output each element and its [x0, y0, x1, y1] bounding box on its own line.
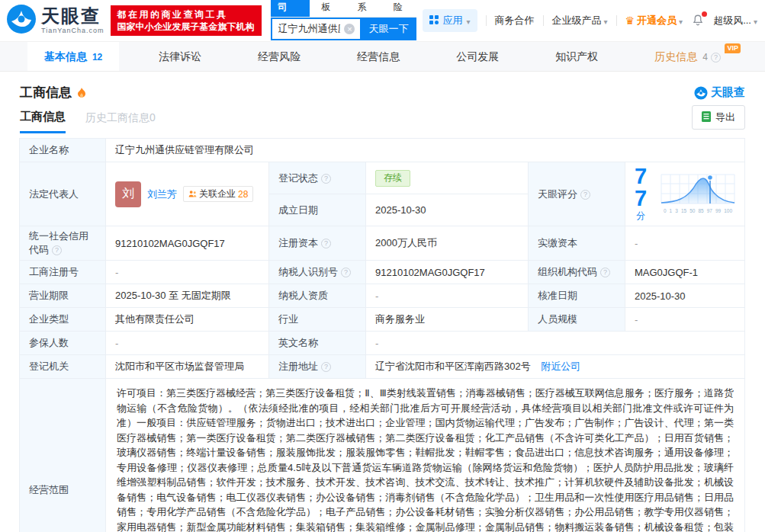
reg-address-cell: 辽宁省沈阳市和平区浑南西路302号 附近公司 — [366, 355, 745, 379]
table-row: 营业期限 2025-10-30 至 无固定期限 纳税人资质 - 核准日期 202… — [20, 284, 745, 308]
notification-dot — [702, 11, 707, 17]
tab-intellectual-property[interactable]: 知识产权 — [538, 42, 615, 71]
search-tab-boss[interactable]: 查老板 — [322, 0, 346, 17]
approval-date-value: 2025-10-30 — [625, 284, 745, 308]
paid-capital-value: - — [625, 226, 745, 261]
taxpayer-id-label: 纳税人识别号 — [269, 261, 366, 284]
apps-menu[interactable]: 应用 — [423, 9, 477, 32]
search-tab-risk[interactable]: 查风险 — [394, 0, 417, 17]
tab-basic-info[interactable]: 基本信息 12 — [27, 42, 119, 71]
help-icon[interactable] — [321, 362, 331, 372]
section-header: 工商信息 天眼查 — [0, 72, 765, 101]
super-risk-menu[interactable]: 超级风... — [713, 14, 757, 27]
tab-operating-risk[interactable]: 经营风险 — [241, 42, 317, 71]
score-chart-ticks: 0131550859799100 — [664, 208, 732, 214]
reg-number-label: 工商注册号 — [20, 261, 106, 284]
tianyan-score-label: 天眼评分 — [529, 162, 625, 226]
org-code-value: MAG0JGQF-1 — [625, 261, 745, 284]
table-row: 登记机关 沈阳市和平区市场监督管理局 注册地址 辽宁省沈阳市和平区浑南西路302… — [20, 355, 745, 379]
score-value: 77 — [635, 164, 647, 210]
people-icon — [188, 190, 197, 198]
insured-count-label: 参保人数 — [20, 332, 106, 355]
taxpayer-quality-label: 纳税人资质 — [269, 284, 366, 308]
crown-icon — [625, 14, 635, 27]
section-title: 工商信息 — [20, 84, 72, 101]
help-icon[interactable] — [341, 268, 351, 277]
hot-flame-icon — [77, 88, 86, 98]
tab-company-development[interactable]: 公司发展 — [439, 42, 516, 71]
subtab-business-registration[interactable]: 工商信息 — [20, 110, 66, 133]
score-distribution-chart: 0131550859799100 — [661, 174, 735, 214]
taxpayer-id-value: 91210102MAG0JGQF17 — [366, 261, 529, 284]
english-name-label: 英文名称 — [269, 332, 366, 355]
header-menu: 应用 商务合作 企业级产品 开通会员 超级风... — [423, 9, 757, 32]
export-button[interactable]: 导出 — [692, 105, 745, 130]
business-cooperation-link[interactable]: 商务合作 — [495, 14, 535, 27]
search-tab-relation[interactable]: 查关系 — [358, 0, 381, 17]
table-row: 企业类型 其他有限责任公司 行业 商务服务业 人员规模 - — [20, 308, 745, 332]
tianyancha-watermark: 天眼查 — [694, 85, 745, 100]
vip-badge: VIP — [725, 43, 741, 53]
top-header: 天眼查 TianYanCha.com 都在用的商业查询工具 国家中小企业发展子基… — [0, 0, 765, 41]
credit-code-value: 91210102MAG0JGQF17 — [106, 226, 269, 261]
approval-date-label: 核准日期 — [529, 284, 625, 308]
industry-value: 商务服务业 — [366, 308, 529, 332]
watermark-text: 天眼查 — [711, 85, 745, 100]
legal-rep-label: 法定代表人 — [20, 162, 106, 226]
logo-text-cn: 天眼查 — [41, 7, 104, 25]
legal-rep-name-link[interactable]: 刘兰芳 — [147, 187, 177, 201]
enterprise-products-menu[interactable]: 企业级产品 — [552, 14, 608, 27]
reg-capital-value: 2000万人民币 — [366, 226, 529, 261]
help-icon[interactable] — [52, 245, 62, 255]
est-date-value: 2025-10-30 — [366, 194, 529, 226]
business-term-label: 营业期限 — [20, 284, 106, 308]
table-row: 统一社会信用代码 91210102MAG0JGQF17 注册资本 2000万人民… — [20, 226, 745, 261]
open-vip-menu[interactable]: 开通会员 — [625, 14, 683, 27]
help-icon[interactable] — [321, 174, 331, 184]
tianyancha-logo[interactable]: 天眼查 TianYanCha.com — [6, 4, 104, 37]
english-name-value: - — [366, 332, 745, 355]
legal-rep-avatar[interactable]: 刘 — [115, 181, 141, 207]
help-icon[interactable] — [600, 268, 610, 277]
reg-authority-label: 登记机关 — [20, 355, 106, 379]
tab-legal-proceedings[interactable]: 法律诉讼 — [142, 42, 218, 71]
company-nav-tabs: 基本信息 12 法律诉讼 经营风险 经营信息 公司发展 知识产权 历史信息 4 … — [0, 41, 765, 72]
reg-number-value: - — [106, 261, 269, 284]
chevron-down-icon — [754, 15, 757, 27]
score-marker — [708, 175, 713, 181]
nearby-companies-link[interactable]: 附近公司 — [541, 361, 580, 372]
company-name-label: 企业名称 — [20, 139, 106, 162]
reg-authority-value: 沈阳市和平区市场监督管理局 — [106, 355, 269, 379]
tab-history-info[interactable]: 历史信息 4 VIP — [638, 42, 738, 71]
insured-count-value: - — [106, 332, 269, 355]
staff-size-label: 人员规模 — [529, 308, 625, 332]
est-date-label: 成立日期 — [269, 194, 366, 226]
slogan-line2: 国家中小企业发展子基金旗下机构 — [117, 21, 255, 33]
notification-bell-icon[interactable] — [691, 14, 705, 27]
tab-count: 12 — [92, 52, 102, 62]
apps-grid-icon — [429, 15, 439, 27]
tab-count: 4 — [702, 52, 708, 62]
chevron-down-icon — [604, 15, 608, 27]
subtab-history-registration[interactable]: 历史工商信息0 — [85, 111, 156, 133]
apps-label: 应用 — [442, 14, 462, 27]
company-type-value: 其他有限责任公司 — [106, 308, 269, 332]
help-icon[interactable] — [580, 190, 590, 200]
search-tab-company[interactable]: 查公司 — [271, 0, 310, 17]
table-row: 经营范围 许可项目：第三类医疗器械经营；第三类医疗设备租赁；Ⅱ、Ⅲ类射线装置销售… — [20, 379, 745, 532]
status-badge: 存续 — [375, 170, 410, 187]
chevron-down-icon — [679, 15, 683, 27]
help-icon[interactable] — [321, 239, 331, 248]
staff-size-value: - — [625, 308, 745, 332]
help-icon[interactable] — [711, 53, 721, 62]
score-unit: 分 — [636, 210, 645, 221]
brand-slogan: 都在用的商业查询工具 国家中小企业发展子基金旗下机构 — [111, 5, 262, 36]
search-button[interactable]: 天眼一下 — [360, 18, 416, 40]
tab-business-info[interactable]: 经营信息 — [340, 42, 416, 71]
table-row: 企业名称 辽宁九州通供应链管理有限公司 — [20, 139, 745, 162]
tianyan-score-cell[interactable]: 77分 — [625, 162, 745, 226]
search-tabs: 查公司 查老板 查关系 查风险 — [271, 2, 417, 18]
paid-capital-label: 实缴资本 — [529, 226, 625, 261]
related-companies-badge[interactable]: 关联企业 28 — [183, 186, 253, 202]
clear-search-icon[interactable] — [344, 24, 355, 34]
